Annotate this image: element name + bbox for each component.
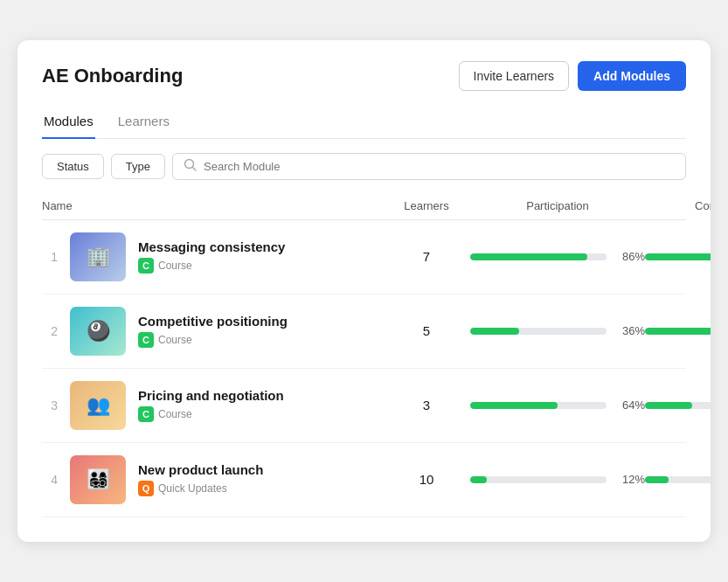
row-type: C Course (138, 258, 285, 274)
row-number: 3 (42, 398, 58, 412)
completion-fill (645, 402, 692, 409)
participation-bar (470, 328, 607, 335)
row-name-cell: 1 🏢 Messaging consistency C Course (42, 232, 383, 281)
completion-bar (645, 328, 711, 335)
row-completion: 40% (645, 398, 711, 412)
completion-bar (645, 253, 711, 260)
type-label: Course (158, 408, 192, 420)
row-info: Pricing and negotiation C Course (138, 388, 284, 422)
row-completion: 100% (645, 250, 711, 263)
participation-bar (470, 476, 607, 483)
row-thumbnail: 🎱 (70, 307, 126, 356)
search-input[interactable] (204, 160, 675, 173)
page-header: AE Onboarding Invite Learners Add Module… (42, 61, 686, 91)
table-header: Name Learners Participation Completion (42, 196, 686, 220)
participation-fill (470, 402, 558, 409)
col-header-name: Name (42, 199, 383, 212)
completion-bar (645, 402, 711, 409)
completion-fill (645, 253, 711, 260)
participation-bar (470, 253, 607, 260)
row-number: 4 (42, 473, 58, 487)
row-title: New product launch (138, 462, 263, 477)
row-name-cell: 3 👥 Pricing and negotiation C Course (42, 381, 383, 430)
type-label: Quick Updates (158, 482, 227, 495)
row-participation: 36% (470, 324, 645, 337)
participation-pct: 64% (614, 398, 645, 412)
type-badge: Q (138, 481, 154, 496)
tab-learners[interactable]: Learners (116, 107, 171, 139)
table-row: 3 👥 Pricing and negotiation C Course 3 6… (42, 369, 686, 443)
row-name-cell: 2 🎱 Competitive positioning C Course (42, 307, 383, 356)
table-row: 1 🏢 Messaging consistency C Course 7 86% (42, 220, 686, 294)
row-learners: 5 (383, 323, 470, 338)
row-participation: 86% (470, 250, 645, 263)
table-row: 2 🎱 Competitive positioning C Course 5 3… (42, 294, 686, 369)
row-completion: 20% (645, 473, 711, 486)
row-title: Pricing and negotiation (138, 388, 284, 403)
row-info: New product launch Q Quick Updates (138, 462, 263, 496)
participation-fill (470, 253, 587, 260)
participation-bar (470, 402, 607, 409)
add-modules-button[interactable]: Add Modules (578, 61, 686, 91)
row-learners: 3 (383, 398, 470, 412)
table-body: 1 🏢 Messaging consistency C Course 7 86% (42, 220, 686, 517)
row-type: C Course (138, 406, 284, 422)
row-info: Messaging consistency C Course (138, 239, 285, 274)
row-info: Competitive positioning C Course (138, 314, 288, 348)
row-title: Competitive positioning (138, 314, 288, 329)
row-thumbnail: 👥 (70, 381, 126, 430)
completion-fill (645, 476, 669, 483)
row-name-cell: 4 👨‍👩‍👧‍👦 New product launch Q Quick Upd… (42, 455, 383, 504)
row-learners: 10 (383, 472, 470, 487)
row-thumbnail: 👨‍👩‍👧‍👦 (70, 455, 126, 504)
row-title: Messaging consistency (138, 239, 285, 254)
type-badge: C (138, 332, 154, 348)
row-participation: 12% (470, 473, 645, 486)
col-header-participation: Participation (470, 199, 645, 212)
participation-pct: 36% (614, 324, 645, 337)
row-thumbnail: 🏢 (70, 232, 126, 281)
col-header-learners: Learners (383, 199, 470, 212)
row-number: 1 (42, 250, 58, 264)
row-learners: 7 (383, 249, 470, 264)
svg-line-1 (193, 167, 197, 170)
completion-fill (645, 328, 711, 335)
main-card: AE Onboarding Invite Learners Add Module… (17, 40, 711, 542)
type-filter-button[interactable]: Type (111, 154, 165, 179)
type-badge: C (138, 406, 154, 422)
type-label: Course (158, 334, 192, 346)
header-actions: Invite Learners Add Modules (459, 61, 687, 91)
row-type: C Course (138, 332, 288, 348)
type-label: Course (158, 260, 192, 272)
participation-fill (470, 476, 487, 483)
invite-learners-button[interactable]: Invite Learners (459, 61, 570, 91)
completion-bar (645, 476, 711, 483)
row-type: Q Quick Updates (138, 481, 263, 496)
search-bar (172, 153, 686, 180)
page-title: AE Onboarding (42, 65, 183, 87)
type-badge: C (138, 258, 154, 274)
table-row: 4 👨‍👩‍👧‍👦 New product launch Q Quick Upd… (42, 443, 686, 517)
participation-fill (470, 328, 519, 335)
row-number: 2 (42, 324, 58, 338)
filters-bar: Status Type (42, 153, 686, 180)
col-header-completion: Completion (645, 199, 711, 212)
tab-bar: Modules Learners (42, 107, 686, 139)
row-participation: 64% (470, 398, 645, 412)
participation-pct: 12% (614, 473, 645, 486)
row-completion: 75% (645, 324, 711, 337)
tab-modules[interactable]: Modules (42, 107, 95, 139)
status-filter-button[interactable]: Status (42, 154, 104, 179)
search-icon (184, 158, 197, 175)
participation-pct: 86% (614, 250, 645, 263)
